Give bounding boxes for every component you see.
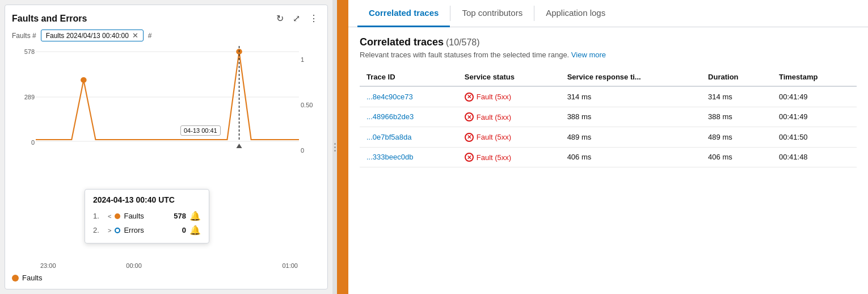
table-row: ...333beec0db✕Fault (5xx)406 ms406 ms00:…	[360, 147, 857, 167]
response-time: 314 ms	[561, 86, 701, 107]
table-row: ...0e7bf5a8da✕Fault (5xx)489 ms489 ms00:…	[360, 127, 857, 148]
response-time: 388 ms	[561, 107, 701, 127]
table-row: ...8e4c90ce73✕Fault (5xx)314 ms314 ms00:…	[360, 86, 857, 107]
main-content: Correlated traces (10/578) Relevant trac…	[348, 27, 868, 294]
x-axis-labels: 23:00 00:00 01:00	[12, 262, 321, 269]
tabs-bar: Correlated traces Top contributors Appli…	[348, 0, 868, 27]
right-panel: Correlated traces Top contributors Appli…	[348, 0, 868, 294]
drag-handle[interactable]	[332, 0, 337, 294]
fault-icon: ✕	[465, 133, 474, 142]
drag-dot-2	[334, 146, 336, 148]
duration: 406 ms	[701, 147, 772, 167]
trace-id-link[interactable]: ...333beec0db	[366, 153, 413, 161]
col-response-time: Service response ti...	[561, 68, 701, 86]
bell-icon-errors[interactable]: 🔔	[189, 225, 201, 236]
tooltip-metric-errors: Errors	[124, 226, 166, 234]
fault-badge: ✕Fault (5xx)	[465, 93, 511, 102]
orange-strip	[337, 0, 348, 294]
chart-legend: Faults	[12, 274, 321, 282]
date-bubble: 04-13 00:41	[180, 125, 221, 136]
fault-badge: ✕Fault (5xx)	[465, 153, 511, 162]
svg-marker-6	[235, 144, 243, 148]
left-panel-header: Faults and Errors ↻ ⤢ ⋮	[12, 12, 321, 25]
section-header: Correlated traces (10/578)	[360, 36, 857, 48]
expand-button[interactable]: ⤢	[290, 12, 302, 25]
tooltip-value-errors: 0	[169, 226, 186, 234]
fault-icon: ✕	[465, 93, 474, 102]
x-label-4: 01:00	[282, 262, 298, 269]
tooltip-popup: 2024-04-13 00:40 UTC 1. < Faults 578 🔔 2…	[85, 189, 209, 243]
tooltip-dot-errors	[115, 228, 120, 233]
drag-dot-3	[334, 150, 336, 152]
fault-icon: ✕	[465, 153, 474, 162]
col-service-status: Service status	[458, 68, 561, 86]
section-count: (10/578)	[446, 37, 480, 47]
y-axis-left: 578 289 0	[12, 46, 35, 148]
refresh-button[interactable]: ↻	[274, 12, 286, 25]
tooltip-chevron-1: <	[108, 213, 111, 220]
section-title: Correlated traces	[360, 36, 444, 48]
filter-chip[interactable]: Faults 2024/04/13 00:40:00 ✕	[41, 30, 144, 41]
tooltip-title: 2024-04-13 00:40 UTC	[93, 195, 201, 204]
legend-dot-faults	[12, 275, 19, 282]
timestamp: 00:41:48	[772, 147, 857, 167]
tab-top-contributors[interactable]: Top contributors	[450, 0, 534, 27]
hash-label: #	[148, 32, 152, 40]
y-right-bottom: 0	[301, 147, 321, 154]
fault-icon: ✕	[465, 112, 474, 121]
timestamp: 00:41:50	[772, 127, 857, 148]
trace-id-link[interactable]: ...0e7bf5a8da	[366, 133, 412, 141]
left-panel: Faults and Errors ↻ ⤢ ⋮ Faults # Faults …	[5, 5, 328, 289]
y-left-mid: 289	[12, 94, 35, 100]
table-header: Trace ID Service status Service response…	[360, 68, 857, 86]
fault-badge: ✕Fault (5xx)	[465, 112, 511, 121]
duration: 489 ms	[701, 127, 772, 148]
chart-svg	[36, 46, 299, 148]
status-text: Fault (5xx)	[477, 93, 511, 101]
more-button[interactable]: ⋮	[307, 12, 321, 25]
tooltip-value-faults: 578	[169, 212, 186, 220]
tooltip-row-num-1: 1.	[93, 212, 104, 220]
y-axis-label: Faults #	[12, 32, 36, 40]
response-time: 406 ms	[561, 147, 701, 167]
section-subtitle: Relevant traces with fault statuses from…	[360, 51, 857, 59]
chart-labels-row: Faults # Faults 2024/04/13 00:40:00 ✕ #	[12, 30, 321, 41]
tooltip-metric-faults: Faults	[124, 212, 166, 220]
y-axis-right: 1 0.50 0	[301, 54, 321, 156]
duration: 314 ms	[701, 86, 772, 107]
tooltip-row-faults: 1. < Faults 578 🔔	[93, 209, 201, 223]
drag-dot-1	[334, 143, 336, 145]
tooltip-dot-faults	[115, 213, 120, 219]
legend-label-faults: Faults	[22, 274, 42, 282]
trace-id-link[interactable]: ...48966b2de3	[366, 112, 414, 121]
fault-badge: ✕Fault (5xx)	[465, 133, 511, 142]
y-left-bottom: 0	[12, 139, 35, 146]
status-text: Fault (5xx)	[477, 133, 511, 141]
bell-icon-faults[interactable]: 🔔	[189, 211, 201, 221]
x-label-2: 00:00	[126, 262, 142, 269]
view-more-link[interactable]: View more	[571, 51, 606, 59]
y-left-top: 578	[12, 48, 35, 55]
status-text: Fault (5xx)	[477, 153, 511, 162]
tab-correlated-traces[interactable]: Correlated traces	[357, 0, 450, 27]
table-body: ...8e4c90ce73✕Fault (5xx)314 ms314 ms00:…	[360, 86, 857, 167]
y-right-top: 1	[301, 56, 321, 63]
panel-title: Faults and Errors	[12, 14, 87, 24]
duration: 388 ms	[701, 107, 772, 127]
filter-chip-text: Faults 2024/04/13 00:40:00	[46, 32, 129, 40]
col-trace-id: Trace ID	[360, 68, 458, 86]
panel-icons: ↻ ⤢ ⋮	[274, 12, 321, 25]
panel-resizer[interactable]	[332, 0, 348, 294]
col-timestamp: Timestamp	[772, 68, 857, 86]
tooltip-row-num-2: 2.	[93, 226, 104, 234]
status-text: Fault (5xx)	[477, 113, 511, 121]
svg-point-3	[81, 77, 87, 83]
drag-dots	[334, 143, 336, 152]
tooltip-chevron-2: >	[108, 227, 111, 234]
filter-chip-close[interactable]: ✕	[132, 31, 138, 40]
tab-application-logs[interactable]: Application logs	[534, 0, 617, 27]
x-label-1: 23:00	[40, 262, 56, 269]
trace-id-link[interactable]: ...8e4c90ce73	[366, 93, 413, 101]
traces-table: Trace ID Service status Service response…	[360, 68, 857, 167]
tooltip-row-errors: 2. > Errors 0 🔔	[93, 223, 201, 237]
